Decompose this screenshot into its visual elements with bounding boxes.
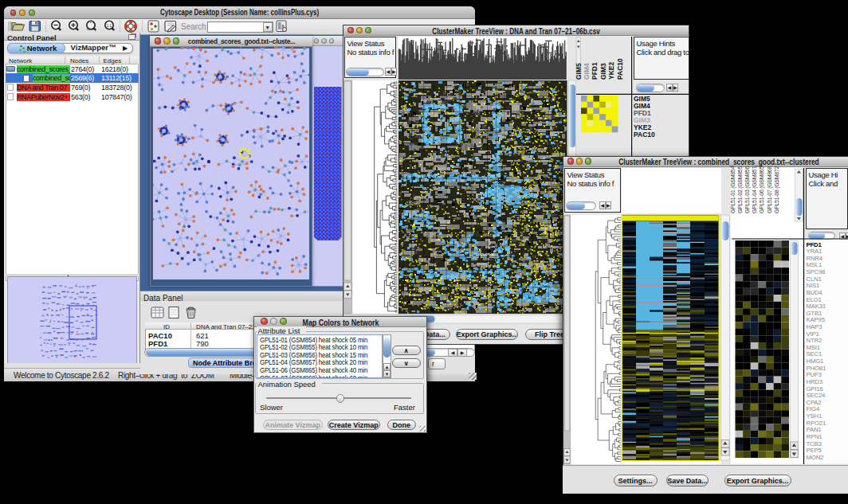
svg-text:BUD4: BUD4 (807, 289, 823, 296)
svg-text:GPL51-02 (GSM855): GPL51-02 (GSM855) (737, 166, 744, 213)
svg-text:PAN1: PAN1 (807, 426, 822, 433)
svg-text:GIM5: GIM5 (575, 63, 583, 80)
svg-text:GPL51-06 (GSM865): GPL51-06 (GSM865) (759, 166, 765, 213)
svg-text:SEC24: SEC24 (807, 392, 826, 399)
svg-text:RNR4: RNR4 (807, 255, 823, 262)
svg-text:GPL51-07 (GSM868): GPL51-07 (GSM868) (767, 166, 773, 213)
svg-text:GPL51-04 (GSM857): GPL51-04 (GSM857) (752, 166, 758, 213)
svg-text:1:1: 1:1 (107, 24, 112, 28)
svg-text:HMG1: HMG1 (807, 357, 824, 365)
svg-text:GPL51-03 (GSM856): GPL51-03 (GSM856) (744, 166, 751, 213)
svg-text:HAP3: HAP3 (807, 323, 822, 330)
svg-text:PFD1: PFD1 (591, 62, 599, 80)
svg-text:GIM4: GIM4 (583, 63, 591, 80)
svg-text:PAC10: PAC10 (634, 131, 655, 139)
svg-text:GPL51-01 (GSM854): GPL51-01 (GSM854) (730, 166, 736, 213)
svg-text:YKE2: YKE2 (607, 62, 615, 80)
svg-text:GPL51-08 (GSM872): GPL51-08 (GSM872) (774, 166, 780, 213)
svg-text:PAC10: PAC10 (616, 58, 624, 80)
svg-text:GIM3: GIM3 (599, 63, 607, 80)
svg-text:MON2: MON2 (807, 454, 824, 461)
